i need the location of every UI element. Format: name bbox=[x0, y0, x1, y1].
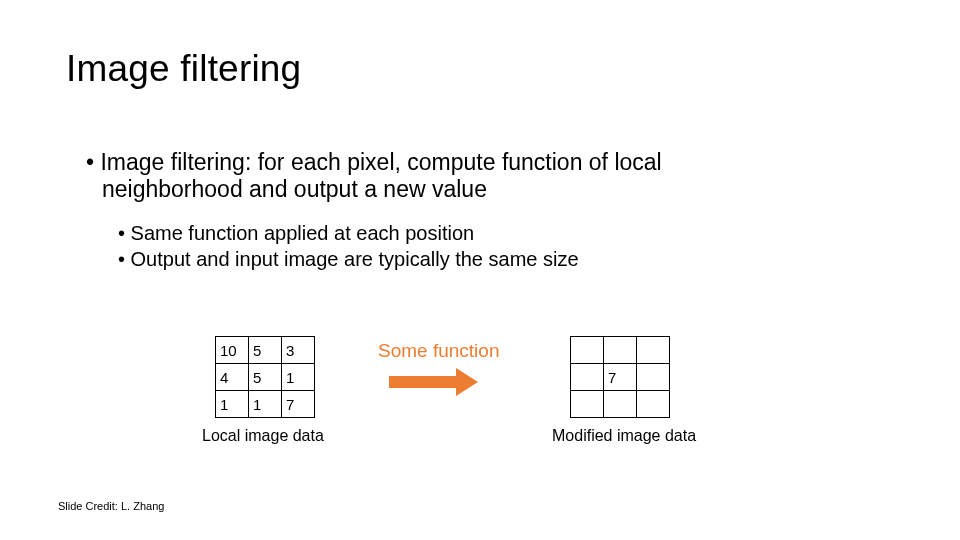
cell bbox=[571, 364, 604, 391]
some-function-label: Some function bbox=[378, 340, 499, 362]
table-row: 7 bbox=[571, 364, 670, 391]
bullet-level2-a: Same function applied at each position bbox=[118, 222, 474, 245]
bullet-level2-b: Output and input image are typically the… bbox=[118, 248, 579, 271]
table-row: 10 5 3 bbox=[216, 337, 315, 364]
cell: 4 bbox=[216, 364, 249, 391]
cell: 10 bbox=[216, 337, 249, 364]
slide-title: Image filtering bbox=[66, 48, 301, 90]
cell: 5 bbox=[249, 337, 282, 364]
cell: 1 bbox=[216, 391, 249, 418]
local-image-caption: Local image data bbox=[202, 427, 324, 445]
cell bbox=[637, 391, 670, 418]
cell bbox=[571, 391, 604, 418]
cell: 3 bbox=[282, 337, 315, 364]
modified-image-caption: Modified image data bbox=[552, 427, 696, 445]
cell bbox=[604, 337, 637, 364]
table-row: 1 1 7 bbox=[216, 391, 315, 418]
table-row: 4 5 1 bbox=[216, 364, 315, 391]
cell: 7 bbox=[604, 364, 637, 391]
cell bbox=[637, 337, 670, 364]
cell bbox=[571, 337, 604, 364]
slide: Image filtering Image filtering: for eac… bbox=[0, 0, 960, 540]
cell: 7 bbox=[282, 391, 315, 418]
cell: 1 bbox=[282, 364, 315, 391]
bullet-level1-line1: Image filtering: for each pixel, compute… bbox=[86, 148, 866, 177]
bullet-level1-line2: neighborhood and output a new value bbox=[102, 176, 487, 203]
cell bbox=[637, 364, 670, 391]
cell bbox=[604, 391, 637, 418]
cell: 5 bbox=[249, 364, 282, 391]
local-image-grid: 10 5 3 4 5 1 1 1 7 bbox=[215, 336, 315, 418]
modified-image-grid: 7 bbox=[570, 336, 670, 418]
arrow-icon bbox=[388, 370, 478, 394]
slide-credit: Slide Credit: L. Zhang bbox=[58, 500, 164, 512]
cell: 1 bbox=[249, 391, 282, 418]
table-row bbox=[571, 337, 670, 364]
table-row bbox=[571, 391, 670, 418]
